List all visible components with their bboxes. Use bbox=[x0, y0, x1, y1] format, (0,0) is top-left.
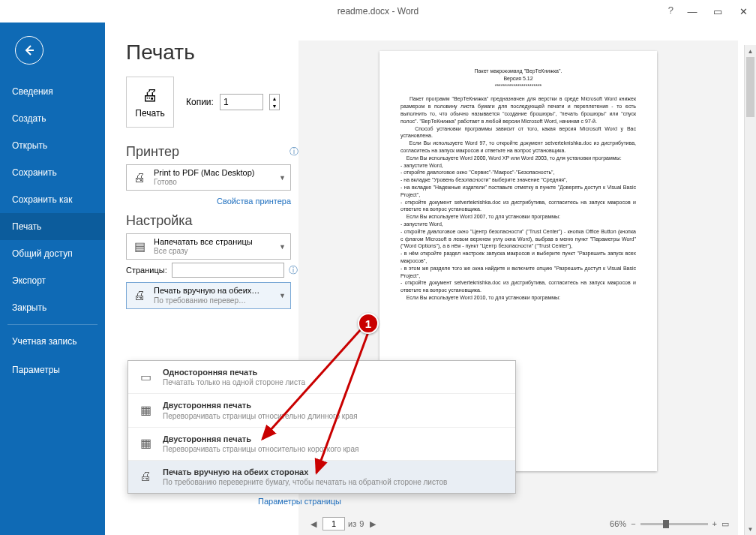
page-prev-button[interactable]: ◀ bbox=[308, 519, 320, 529]
printer-properties-link[interactable]: Свойства принтера bbox=[217, 197, 291, 206]
page-single-icon: ▭ bbox=[136, 367, 155, 386]
sidebar-item-account[interactable]: Учетная запись bbox=[0, 328, 105, 356]
page-sep: из bbox=[348, 519, 356, 528]
pages-input[interactable] bbox=[172, 263, 284, 278]
window-title: readme.docx - Word bbox=[338, 6, 419, 17]
zoom-out-button[interactable]: − bbox=[631, 519, 635, 528]
duplex-title: Печать вручную на обеих… bbox=[154, 286, 273, 296]
preview-scrollbar[interactable]: ▲ ▼ bbox=[744, 45, 756, 535]
page-flip-short-icon: ▦ bbox=[136, 434, 155, 453]
page-manual-icon: 🖨 bbox=[136, 467, 155, 486]
sidebar-item-options[interactable]: Параметры bbox=[0, 356, 105, 383]
pages-label: Страницы: bbox=[126, 266, 167, 275]
restore-button[interactable]: ▭ bbox=[705, 0, 730, 23]
copies-spinner[interactable]: ▲▼ bbox=[269, 94, 280, 110]
chevron-down-icon: ▼ bbox=[279, 174, 286, 182]
preview-h1: Пакет макрокоманд "ВерТеКнижка". bbox=[400, 68, 636, 75]
printer-icon: 🖨 bbox=[142, 86, 158, 105]
help-icon[interactable]: ? bbox=[668, 5, 674, 16]
printer-name: Print to PDF (Mac Desktop) bbox=[154, 168, 273, 178]
chevron-down-icon: ▼ bbox=[279, 292, 286, 299]
close-button[interactable]: ✕ bbox=[730, 0, 756, 23]
info-icon[interactable]: ⓘ bbox=[289, 264, 298, 277]
printer-device-icon: 🖨 bbox=[131, 170, 148, 186]
duplex-option-manual[interactable]: 🖨 Печать вручную на обеих сторонах По тр… bbox=[128, 461, 515, 493]
sidebar-item-print[interactable]: Печать bbox=[0, 213, 105, 240]
duplex-dropdown[interactable]: 🖨 Печать вручную на обеих… По требованию… bbox=[126, 282, 291, 308]
pages-icon: ▤ bbox=[131, 239, 148, 255]
copies-input[interactable] bbox=[220, 94, 263, 110]
page-params-link[interactable]: Параметры страницы bbox=[258, 497, 341, 506]
duplex-icon: 🖨 bbox=[131, 287, 148, 304]
back-button[interactable] bbox=[15, 36, 44, 65]
minimize-button[interactable]: — bbox=[680, 0, 705, 23]
zoom-in-button[interactable]: + bbox=[712, 519, 717, 528]
backstage-sidebar: Сведения Создать Открыть Сохранить Сохра… bbox=[0, 23, 105, 535]
printer-status: Готово bbox=[154, 178, 273, 187]
print-button-label: Печать bbox=[135, 108, 164, 119]
sidebar-item-save[interactable]: Сохранить bbox=[0, 159, 105, 186]
zoom-fit-button[interactable]: ▭ bbox=[722, 519, 729, 529]
preview-h3: *********************** bbox=[400, 83, 636, 90]
page-flip-long-icon: ▦ bbox=[136, 400, 155, 419]
sidebar-item-new[interactable]: Создать bbox=[0, 105, 105, 132]
page-next-button[interactable]: ▶ bbox=[367, 519, 379, 529]
preview-body: Пакет программ "ВерТеКнижка" предназначе… bbox=[400, 95, 636, 301]
printer-dropdown[interactable]: 🖨 Print to PDF (Mac Desktop) Готово ▼ bbox=[126, 164, 291, 191]
info-icon[interactable]: ⓘ bbox=[290, 146, 298, 158]
print-button[interactable]: 🖨 Печать bbox=[126, 77, 174, 128]
chevron-down-icon: ▼ bbox=[279, 243, 286, 251]
sidebar-item-close[interactable]: Закрыть bbox=[0, 294, 105, 321]
page-number-input[interactable] bbox=[322, 517, 345, 530]
sidebar-item-share[interactable]: Общий доступ bbox=[0, 240, 105, 267]
annotation-marker-1: 1 bbox=[358, 313, 379, 334]
duplex-sub: По требованию перевер… bbox=[154, 296, 273, 305]
duplex-option-single[interactable]: ▭ Односторонняя печать Печатать только н… bbox=[128, 361, 515, 394]
duplex-dropdown-popup: ▭ Односторонняя печать Печатать только н… bbox=[128, 360, 516, 494]
preview-h2: Версия 5.12 bbox=[400, 75, 636, 83]
duplex-option-long-edge[interactable]: ▦ Двусторонняя печать Переворачивать стр… bbox=[128, 394, 515, 427]
print-range-title: Напечатать все страницы bbox=[154, 237, 273, 247]
print-range-sub: Все сразу bbox=[154, 247, 273, 256]
sidebar-item-export[interactable]: Экспорт bbox=[0, 267, 105, 294]
settings-heading: Настройка bbox=[126, 213, 193, 229]
sidebar-item-open[interactable]: Открыть bbox=[0, 132, 105, 159]
sidebar-item-info[interactable]: Сведения bbox=[0, 78, 105, 105]
page-title: Печать bbox=[126, 41, 298, 65]
copies-label: Копии: bbox=[186, 97, 214, 107]
sidebar-item-saveas[interactable]: Сохранить как bbox=[0, 186, 105, 213]
print-range-dropdown[interactable]: ▤ Напечатать все страницы Все сразу ▼ bbox=[126, 233, 291, 260]
zoom-slider[interactable] bbox=[640, 523, 708, 525]
zoom-value: 66% bbox=[610, 519, 626, 528]
duplex-option-short-edge[interactable]: ▦ Двусторонняя печать Переворачивать стр… bbox=[128, 428, 515, 461]
printer-heading: Принтер bbox=[126, 144, 179, 160]
page-total: 9 bbox=[359, 519, 364, 528]
